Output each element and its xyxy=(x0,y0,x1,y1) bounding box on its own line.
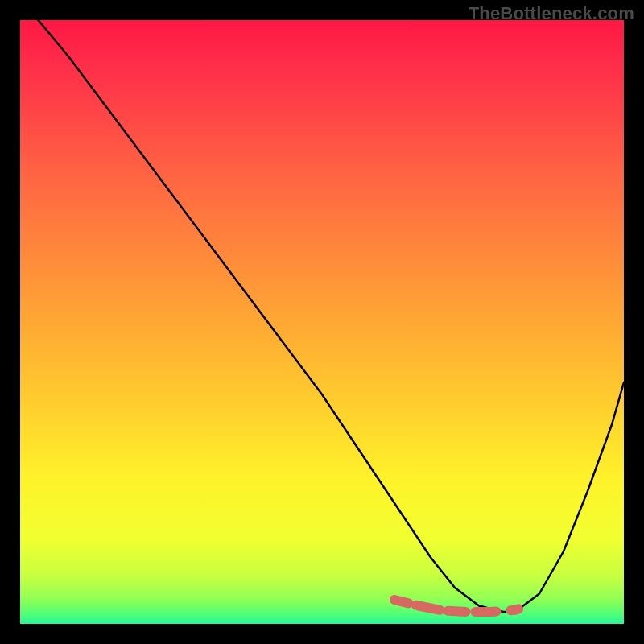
plot-area xyxy=(20,20,624,624)
chart-svg xyxy=(20,20,624,624)
gradient-background xyxy=(20,20,624,624)
chart-frame: TheBottleneck.com xyxy=(0,0,644,644)
watermark-text: TheBottleneck.com xyxy=(469,3,634,24)
